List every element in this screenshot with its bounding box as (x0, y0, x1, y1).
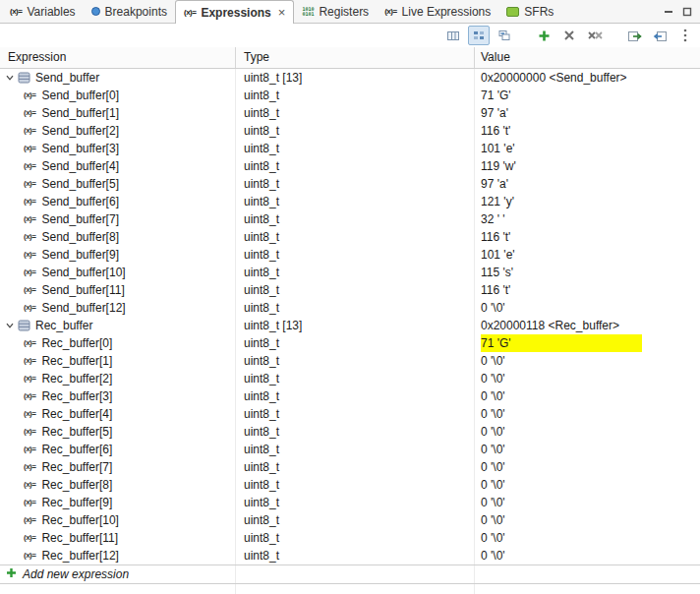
expression-row-Send_buffer[7][interactable]: (x)=Send_buffer[7]uint8_t32 ' ' (0, 210, 700, 228)
variable-icon: (x)= (24, 423, 35, 441)
expression-row-Send_buffer[9][interactable]: (x)=Send_buffer[9]uint8_t101 'e' (0, 246, 700, 264)
expression-name: Rec_buffer[3] (41, 387, 112, 405)
expression-value: 0 '\0' (481, 372, 505, 386)
variable-icon: (x)= (24, 334, 35, 352)
tab-close-icon[interactable]: × (278, 5, 286, 20)
tab-live-expressions[interactable]: (x)=Live Expressions (377, 0, 498, 23)
add-new-expression-row[interactable]: Add new expression (0, 564, 700, 584)
expression-row-Send_buffer[interactable]: Send_bufferuint8_t [13]0x20000000 <Send_… (0, 69, 700, 87)
expression-name: Send_buffer[0] (41, 87, 119, 104)
expression-value: 0 '\0' (481, 460, 505, 474)
expression-row-Send_buffer[0][interactable]: (x)=Send_buffer[0]uint8_t71 'G' (0, 87, 700, 104)
export-expressions-icon[interactable] (623, 26, 645, 45)
view-menu-icon[interactable] (674, 26, 696, 45)
expression-row-Send_buffer[4][interactable]: (x)=Send_buffer[4]uint8_t119 'w' (0, 157, 700, 175)
variable-icon: (x)= (24, 299, 35, 317)
expression-row-Rec_buffer[6][interactable]: (x)=Rec_buffer[6]uint8_t0 '\0' (0, 441, 700, 458)
expression-value: 101 'e' (481, 142, 515, 155)
expression-name: Rec_buffer[5] (41, 423, 112, 441)
column-header-value[interactable]: Value (475, 47, 700, 68)
expression-value: 116 't' (481, 283, 510, 297)
show-columns-icon[interactable] (442, 26, 464, 45)
expression-row-Rec_buffer[11][interactable]: (x)=Rec_buffer[11]uint8_t0 '\0' (0, 529, 700, 547)
expression-type: uint8_t (236, 140, 475, 157)
expression-row-Rec_buffer[10][interactable]: (x)=Rec_buffer[10]uint8_t0 '\0' (0, 511, 700, 529)
expression-row-Send_buffer[2][interactable]: (x)=Send_buffer[2]uint8_t116 't' (0, 122, 700, 140)
show-logical-structure-icon[interactable] (468, 26, 490, 45)
variable-icon: (x)= (24, 264, 35, 281)
expression-value: 0 '\0' (481, 301, 505, 315)
import-expressions-icon[interactable] (649, 26, 671, 45)
expression-row-Rec_buffer[0][interactable]: (x)=Rec_buffer[0]uint8_t71 'G' (0, 334, 700, 352)
add-row-type-cell (236, 565, 475, 583)
expression-type: uint8_t (236, 104, 475, 122)
tab-expressions[interactable]: (x)=Expressions× (175, 0, 294, 24)
collapse-all-icon[interactable] (494, 26, 515, 45)
add-expression-icon[interactable] (533, 26, 554, 45)
expression-row-Send_buffer[10][interactable]: (x)=Send_buffer[10]uint8_t115 's' (0, 264, 700, 281)
expression-name: Send_buffer[2] (41, 122, 119, 140)
expression-name: Rec_buffer[9] (41, 494, 112, 511)
expression-type: uint8_t (236, 122, 475, 140)
variable-icon: (x)= (24, 104, 35, 122)
expression-row-Send_buffer[8][interactable]: (x)=Send_buffer[8]uint8_t116 't' (0, 228, 700, 246)
expression-row-Rec_buffer[3][interactable]: (x)=Rec_buffer[3]uint8_t0 '\0' (0, 387, 700, 405)
variable-icon: (x)= (24, 370, 35, 387)
expression-name: Send_buffer[1] (41, 104, 119, 122)
variable-icon: (x)= (24, 352, 35, 370)
expression-row-Rec_buffer[9][interactable]: (x)=Rec_buffer[9]uint8_t0 '\0' (0, 494, 700, 511)
expression-row-Rec_buffer[interactable]: Rec_bufferuint8_t [13]0x20000118 <Rec_bu… (0, 317, 700, 334)
expression-row-Rec_buffer[12][interactable]: (x)=Rec_buffer[12]uint8_t0 '\0' (0, 547, 700, 564)
remove-expression-icon[interactable] (558, 26, 580, 45)
column-header-type[interactable]: Type (236, 47, 475, 68)
expression-row-Send_buffer[6][interactable]: (x)=Send_buffer[6]uint8_t121 'y' (0, 193, 700, 210)
expression-name: Send_buffer[6] (41, 193, 119, 210)
live-expressions-icon: (x)= (384, 7, 396, 16)
tab-breakpoints[interactable]: Breakpoints (84, 0, 175, 23)
minimize-icon[interactable] (664, 7, 673, 17)
expression-type: uint8_t (236, 157, 475, 175)
expression-row-Send_buffer[11][interactable]: (x)=Send_buffer[11]uint8_t116 't' (0, 281, 700, 299)
column-header-expression[interactable]: Expression (0, 47, 236, 68)
array-icon (18, 72, 30, 84)
expand-chevron-icon[interactable] (5, 73, 18, 83)
expression-value: 121 'y' (481, 195, 514, 208)
expression-row-Rec_buffer[7][interactable]: (x)=Rec_buffer[7]uint8_t0 '\0' (0, 458, 700, 476)
expression-type: uint8_t (236, 441, 475, 458)
expression-name: Send_buffer[5] (41, 175, 119, 193)
expression-row-Send_buffer[1][interactable]: (x)=Send_buffer[1]uint8_t97 'a' (0, 104, 700, 122)
tab-label: Registers (319, 5, 369, 19)
expression-row-Send_buffer[12][interactable]: (x)=Send_buffer[12]uint8_t0 '\0' (0, 299, 700, 317)
variable-icon: (x)= (24, 175, 35, 193)
variable-icon: (x)= (24, 458, 35, 476)
variable-icon: (x)= (24, 193, 35, 210)
remove-all-expressions-icon[interactable] (584, 26, 606, 45)
expand-chevron-icon[interactable] (5, 321, 18, 330)
variable-icon: (x)= (24, 441, 35, 458)
expressions-icon: (x)= (184, 8, 196, 17)
expression-name: Rec_buffer[4] (41, 405, 112, 423)
expression-row-Rec_buffer[1][interactable]: (x)=Rec_buffer[1]uint8_t0 '\0' (0, 352, 700, 370)
maximize-icon[interactable] (682, 7, 692, 17)
tab-registers[interactable]: 10100101Registers (294, 0, 377, 23)
variable-icon: (x)= (24, 87, 35, 104)
expression-name: Send_buffer[11] (41, 281, 124, 299)
expression-type: uint8_t (236, 423, 475, 441)
expression-type: uint8_t (236, 210, 475, 228)
expression-row-Send_buffer[5][interactable]: (x)=Send_buffer[5]uint8_t97 'a' (0, 175, 700, 193)
variable-icon: (x)= (24, 228, 35, 246)
expression-name: Rec_buffer[7] (41, 458, 112, 476)
table-header: Expression Type Value (0, 47, 700, 69)
view-tab-bar: (x)=VariablesBreakpoints(x)=Expressions×… (0, 0, 700, 24)
expression-type: uint8_t (236, 264, 475, 281)
expression-row-Send_buffer[3][interactable]: (x)=Send_buffer[3]uint8_t101 'e' (0, 140, 700, 157)
expression-name: Rec_buffer[8] (41, 476, 112, 494)
tab-strip: (x)=VariablesBreakpoints(x)=Expressions×… (0, 0, 561, 23)
expression-row-Rec_buffer[4][interactable]: (x)=Rec_buffer[4]uint8_t0 '\0' (0, 405, 700, 423)
expression-row-Rec_buffer[8][interactable]: (x)=Rec_buffer[8]uint8_t0 '\0' (0, 476, 700, 494)
expression-row-Rec_buffer[5][interactable]: (x)=Rec_buffer[5]uint8_t0 '\0' (0, 423, 700, 441)
expressions-view: (x)=VariablesBreakpoints(x)=Expressions×… (0, 0, 700, 594)
expression-row-Rec_buffer[2][interactable]: (x)=Rec_buffer[2]uint8_t0 '\0' (0, 370, 700, 387)
tab-sfrs[interactable]: SFRs (498, 0, 561, 23)
tab-variables[interactable]: (x)=Variables (2, 0, 84, 23)
